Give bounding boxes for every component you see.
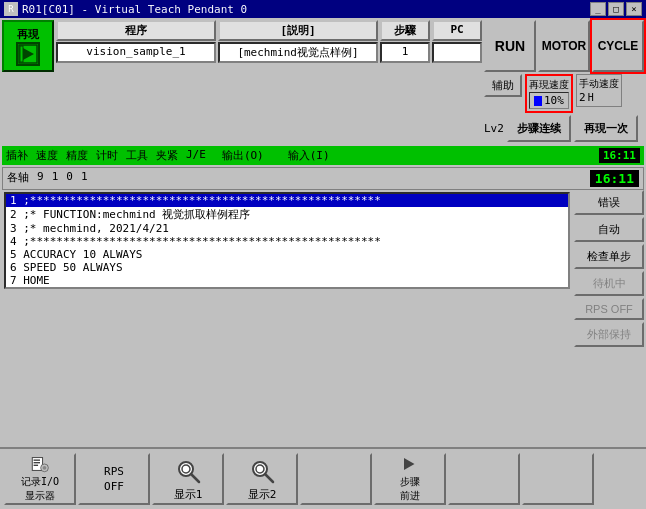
- time-clock: 16:11: [590, 170, 639, 187]
- tool-button-step-fwd[interactable]: 步骤前进: [374, 453, 446, 505]
- playback-button[interactable]: 再現: [2, 20, 54, 72]
- axis-label: 各轴: [7, 170, 29, 187]
- description-header: [説明]: [218, 20, 378, 41]
- svg-line-13: [265, 474, 273, 482]
- axis-bar: 各轴 9 1 0 1 16:11: [2, 167, 644, 190]
- cycle-label: CYCLE: [598, 39, 639, 53]
- bottom-toolbar: 记录I/O显示器RPSOFF 显示1 显示2 步骤前进: [0, 447, 646, 509]
- right-panel: 错误自动检查单步待机中RPS OFF外部保持: [574, 190, 644, 447]
- program-description: [mechmind视觉点样例]: [218, 42, 378, 63]
- svg-rect-4: [34, 460, 40, 461]
- code-line[interactable]: 5 ACCURACY 10 ALWAYS: [6, 248, 568, 261]
- step-continue-button[interactable]: 步骤连续: [507, 115, 571, 142]
- display-label: 显示2: [248, 487, 277, 502]
- code-line[interactable]: 3 ;* mechmind, 2021/4/21: [6, 222, 568, 235]
- svg-line-10: [191, 474, 199, 482]
- manual-speed-box: 手动速度 2 H: [576, 74, 622, 107]
- code-line[interactable]: 4 ;*************************************…: [6, 235, 568, 248]
- playback-icon: [16, 42, 40, 66]
- tool-button-display1[interactable]: 显示1: [152, 453, 224, 505]
- playback-speed-box: 再現速度 10%: [525, 74, 573, 113]
- record-io-label: 记录I/O显示器: [21, 475, 59, 503]
- manual-speed-label: 手动速度: [579, 77, 619, 91]
- axis-val-0: 9: [37, 170, 44, 187]
- right-panel-button-1[interactable]: 自动: [574, 217, 644, 242]
- playback-label: 再現: [17, 27, 39, 42]
- maximize-button[interactable]: □: [608, 2, 624, 16]
- run-button[interactable]: RUN: [484, 20, 536, 72]
- svg-marker-15: [404, 458, 415, 470]
- timer-label: 计时: [96, 148, 118, 163]
- step-forward-icon: [398, 455, 422, 473]
- step-fwd-label: 步骤前进: [400, 475, 420, 503]
- input-label: 输入(I): [288, 148, 330, 163]
- clamp-label: 夹紧: [156, 148, 178, 163]
- speed-label: 速度: [36, 148, 58, 163]
- tool-button-display2[interactable]: 显示2: [226, 453, 298, 505]
- right-panel-button-5[interactable]: 外部保持: [574, 322, 644, 347]
- playback-speed-value: 10%: [529, 92, 569, 109]
- app-icon: R: [4, 2, 18, 16]
- tool-button-empty3: [522, 453, 594, 505]
- right-panel-button-0[interactable]: 错误: [574, 190, 644, 215]
- right-panel-button-4[interactable]: RPS OFF: [574, 298, 644, 320]
- svg-rect-5: [34, 462, 40, 463]
- display-search-icon: [248, 457, 276, 485]
- code-editor[interactable]: 1 ;*************************************…: [4, 192, 570, 289]
- accuracy-label: 精度: [66, 148, 88, 163]
- program-name: vision_sample_1: [56, 42, 216, 63]
- svg-rect-6: [34, 465, 38, 466]
- display-search-icon: [174, 457, 202, 485]
- code-line[interactable]: 2 ;* FUNCTION:mechmind 视觉抓取样例程序: [6, 207, 568, 222]
- tool-button-rps-off[interactable]: RPSOFF: [78, 453, 150, 505]
- code-line[interactable]: 1 ;*************************************…: [6, 194, 568, 207]
- pc-value: [432, 42, 482, 63]
- manual-speed-value: 2: [579, 91, 586, 104]
- svg-point-8: [43, 466, 47, 470]
- step-once-button[interactable]: 再現一次: [574, 115, 638, 142]
- time-display: 16:11: [599, 148, 640, 163]
- display-label: 显示1: [174, 487, 203, 502]
- svg-marker-1: [23, 48, 34, 60]
- je-label: J/E: [186, 148, 206, 163]
- program-info: 程序 [説明] 步驟 PC vision_sample_1 [mechmind视…: [56, 20, 482, 63]
- code-line[interactable]: 6 SPEED 50 ALWAYS: [6, 261, 568, 274]
- pc-header: PC: [432, 20, 482, 41]
- program-header: 程序: [56, 20, 216, 41]
- window-controls: _ □ ×: [590, 2, 642, 16]
- cycle-button[interactable]: CYCLE: [592, 20, 644, 72]
- close-button[interactable]: ×: [626, 2, 642, 16]
- tool-button-empty2: [448, 453, 520, 505]
- interp-label: 插补: [6, 148, 28, 163]
- window-title: R01[C01] - Virtual Teach Pendant 0: [22, 3, 590, 16]
- minimize-button[interactable]: _: [590, 2, 606, 16]
- lv-label: Lv2: [484, 122, 504, 135]
- record-io-icon: [26, 455, 54, 473]
- step-header: 步驟: [380, 20, 430, 41]
- rps-on-label: RPS: [104, 465, 124, 478]
- motor-button[interactable]: MOTOR: [538, 20, 590, 72]
- tool-label: 工具: [126, 148, 148, 163]
- title-bar: R R01[C01] - Virtual Teach Pendant 0 _ □…: [0, 0, 646, 18]
- axis-val-2: 0: [66, 170, 73, 187]
- rps-off-label: OFF: [104, 480, 124, 493]
- axis-val-1: 1: [52, 170, 59, 187]
- tool-button-empty1: [300, 453, 372, 505]
- output-label: 输出(O): [222, 148, 264, 163]
- right-panel-button-3[interactable]: 待机中: [574, 271, 644, 296]
- speed-indicator-icon: [534, 96, 542, 106]
- right-panel-button-2[interactable]: 检查单步: [574, 244, 644, 269]
- interpolation-bar: 插补 速度 精度 计时 工具 夹紧 J/E 输出(O) 输入(I) 16:11: [2, 146, 644, 165]
- manual-speed-suffix: H: [588, 92, 594, 103]
- svg-rect-2: [20, 46, 23, 62]
- playback-speed-label: 再現速度: [529, 78, 569, 92]
- code-line[interactable]: 7 HOME: [6, 274, 568, 287]
- aux-button[interactable]: 辅助: [484, 74, 522, 97]
- step-value: 1: [380, 42, 430, 63]
- axis-val-3: 1: [81, 170, 88, 187]
- tool-button-record-io[interactable]: 记录I/O显示器: [4, 453, 76, 505]
